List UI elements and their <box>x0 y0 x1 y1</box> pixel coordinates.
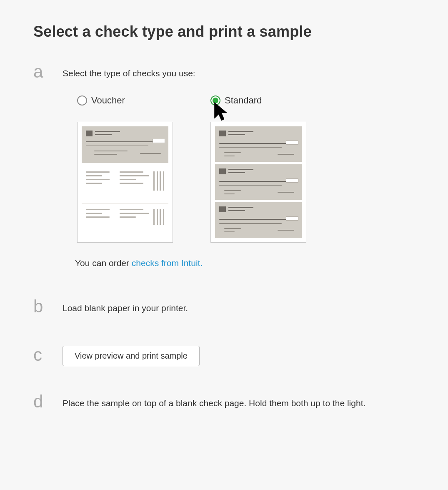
step-d: d Place the sample on top of a blank che… <box>33 395 419 412</box>
step-letter-b: b <box>33 298 63 315</box>
step-a-instruction: Select the type of checks you use: <box>63 65 404 82</box>
check-type-option-voucher[interactable]: Voucher <box>77 92 173 243</box>
step-letter-d: d <box>33 393 63 410</box>
check-type-option-standard[interactable]: Standard <box>210 92 306 243</box>
step-b-text: Load blank paper in your printer. <box>63 300 404 317</box>
radio-icon <box>210 95 220 106</box>
voucher-preview <box>77 122 173 243</box>
step-letter-c: c <box>33 346 63 364</box>
step-a: a Select the type of checks you use: Vou… <box>33 65 419 271</box>
radio-voucher-label: Voucher <box>91 92 125 109</box>
order-checks-link[interactable]: checks from Intuit. <box>132 258 203 268</box>
view-preview-button[interactable]: View preview and print sample <box>63 346 200 366</box>
order-checks-line: You can order checks from Intuit. <box>75 255 404 271</box>
radio-icon <box>77 95 87 106</box>
step-letter-a: a <box>33 63 63 80</box>
step-b: b Load blank paper in your printer. <box>33 300 419 317</box>
radio-standard-label: Standard <box>225 92 262 109</box>
step-d-text: Place the sample on top of a blank check… <box>63 395 404 412</box>
radio-standard[interactable]: Standard <box>210 92 306 109</box>
radio-voucher[interactable]: Voucher <box>77 92 173 109</box>
standard-preview <box>210 122 306 243</box>
page-title: Select a check type and print a sample <box>33 23 419 40</box>
step-c: c View preview and print sample <box>33 346 419 366</box>
order-prefix: You can order <box>75 258 132 268</box>
